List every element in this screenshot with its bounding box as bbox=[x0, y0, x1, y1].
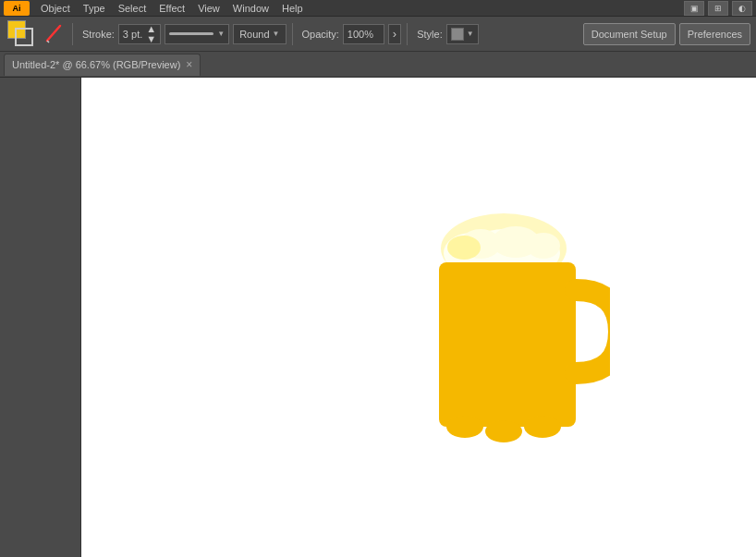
style-dropdown-arrow: ▼ bbox=[467, 30, 474, 38]
stroke-color[interactable] bbox=[15, 28, 33, 46]
stroke-preview bbox=[169, 32, 213, 35]
style-dropdown[interactable]: ▼ bbox=[446, 24, 479, 44]
opacity-input[interactable]: 100% bbox=[343, 24, 384, 44]
bridge-icon[interactable]: ◐ bbox=[732, 1, 752, 16]
stroke-stepper[interactable]: 3 pt. ▲ ▼ bbox=[118, 24, 161, 44]
tab-bar: Untitled-2* @ 66.67% (RGB/Preview) × bbox=[0, 52, 756, 78]
preferences-button[interactable]: Preferences bbox=[679, 23, 750, 45]
svg-point-12 bbox=[485, 420, 522, 442]
document-tab[interactable]: Untitled-2* @ 66.67% (RGB/Preview) × bbox=[4, 54, 201, 76]
stroke-up-arrow[interactable]: ▲ bbox=[146, 24, 156, 34]
menu-item-window[interactable]: Window bbox=[227, 3, 274, 14]
opacity-label: Opacity: bbox=[302, 29, 339, 40]
beer-mug-illustration bbox=[397, 170, 610, 458]
svg-point-11 bbox=[446, 416, 483, 438]
stroke-line-dropdown[interactable]: ▼ bbox=[165, 24, 229, 44]
stroke-type-label: Round bbox=[239, 29, 269, 40]
style-color-swatch bbox=[451, 28, 464, 41]
pencil-tool-icon[interactable] bbox=[41, 21, 67, 47]
document-setup-button[interactable]: Document Setup bbox=[583, 23, 676, 45]
left-sidebar bbox=[0, 78, 81, 557]
menu-item-effect[interactable]: Effect bbox=[153, 3, 190, 14]
svg-line-0 bbox=[47, 26, 60, 41]
menu-item-help[interactable]: Help bbox=[276, 3, 309, 14]
canvas-area bbox=[0, 78, 756, 557]
svg-point-8 bbox=[527, 233, 560, 259]
arrangement-icon[interactable]: ⊞ bbox=[708, 1, 728, 16]
stroke-type-button[interactable]: Round ▼ bbox=[233, 24, 286, 44]
screen-mode-icon[interactable]: ▣ bbox=[684, 1, 704, 16]
stroke-value: 3 pt. bbox=[123, 29, 142, 40]
more-options-button[interactable]: › bbox=[388, 24, 401, 44]
opacity-value-text: 100% bbox=[348, 29, 373, 40]
stroke-dropdown-arrow: ▼ bbox=[217, 30, 225, 38]
style-label: Style: bbox=[417, 29, 443, 40]
tab-title: Untitled-2* @ 66.67% (RGB/Preview) bbox=[12, 59, 180, 70]
tab-close-button[interactable]: × bbox=[186, 59, 192, 70]
svg-rect-10 bbox=[439, 262, 576, 427]
more-options-icon: › bbox=[393, 27, 396, 41]
menu-icons-right: ▣ ⊞ ◐ bbox=[684, 1, 752, 16]
menu-item-object[interactable]: Object bbox=[35, 3, 76, 14]
stroke-label: Stroke: bbox=[82, 29, 115, 40]
toolbar: Stroke: 3 pt. ▲ ▼ ▼ Round ▼ Opacity: 100… bbox=[0, 17, 756, 52]
stroke-type-dropdown-arrow: ▼ bbox=[273, 30, 280, 38]
ai-logo: Ai bbox=[4, 1, 30, 16]
stroke-arrows[interactable]: ▲ ▼ bbox=[146, 24, 156, 44]
separator-1 bbox=[72, 23, 73, 45]
menu-item-select[interactable]: Select bbox=[113, 3, 152, 14]
color-pair bbox=[6, 18, 37, 50]
svg-point-9 bbox=[447, 236, 481, 260]
stroke-down-arrow[interactable]: ▼ bbox=[146, 34, 156, 44]
menu-bar: Ai Object Type Select Effect View Window… bbox=[0, 0, 756, 17]
separator-3 bbox=[407, 23, 408, 45]
document-canvas[interactable] bbox=[81, 78, 756, 557]
svg-line-1 bbox=[47, 41, 49, 42]
menu-item-view[interactable]: View bbox=[192, 3, 226, 14]
svg-point-13 bbox=[524, 416, 561, 438]
menu-item-type[interactable]: Type bbox=[78, 3, 111, 14]
separator-2 bbox=[292, 23, 293, 45]
